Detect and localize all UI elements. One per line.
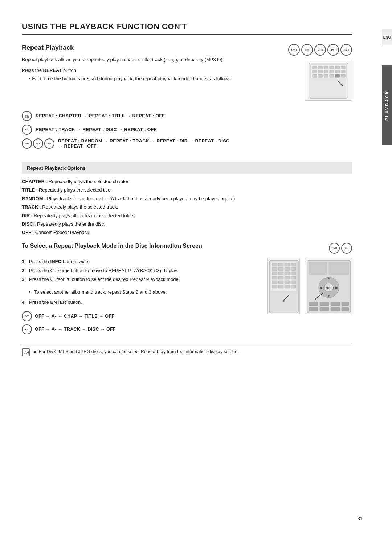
note-icon: 𝓜 — [22, 348, 30, 356]
section1-left: Repeat Playback Repeat playback allows y… — [22, 44, 288, 84]
svg-rect-59 — [309, 302, 318, 306]
svg-rect-33 — [285, 272, 290, 275]
multi-disc-icons: MP3 JPEG DivX — [22, 138, 54, 149]
page-title: USING THE PLAYBACK FUNCTION CON'T — [22, 22, 352, 35]
dvd-icon-s2: DVD — [329, 243, 340, 254]
svg-rect-35 — [272, 276, 277, 279]
svg-rect-8 — [313, 70, 317, 73]
repeat-row2-text: REPEAT : TRACK → REPEAT : DISC → REPEAT … — [36, 127, 157, 132]
svg-point-48 — [283, 300, 285, 302]
svg-rect-45 — [285, 285, 290, 288]
svg-rect-62 — [342, 302, 349, 306]
cd-icon-row2: CD — [22, 125, 32, 135]
svg-rect-2 — [313, 66, 317, 69]
svg-rect-11 — [330, 70, 334, 73]
options-list: CHAPTER : Repeatedly plays the selected … — [22, 177, 352, 237]
step1: 1. Press the INFO button twice. — [22, 258, 256, 266]
note-box: 𝓜 ■ For DivX, MP3 and JPEG discs, you ca… — [22, 344, 352, 356]
svg-rect-44 — [278, 285, 283, 288]
remote-image-top — [305, 61, 352, 101]
step4-list: 4. Press the ENTER button. — [22, 299, 256, 306]
svg-rect-38 — [291, 276, 296, 279]
svg-rect-50 — [309, 262, 327, 275]
svg-rect-32 — [278, 272, 283, 275]
repeat-row3-text2: → REPEAT : OFF — [58, 144, 229, 149]
svg-rect-41 — [285, 281, 290, 284]
cd-icon-s2: CD — [341, 243, 352, 254]
section2-disc-icons: DVD CD — [329, 243, 352, 254]
section2-heading: To Select a Repeat Playback Mode in the … — [22, 243, 329, 249]
subsection-heading: Repeat Playback Options — [27, 165, 86, 171]
svg-rect-17 — [330, 74, 334, 77]
jpeg-icon: JPEG — [327, 44, 339, 56]
option-track: TRACK : Repeatedly plays the selected tr… — [22, 203, 352, 211]
svg-rect-31 — [272, 272, 277, 275]
svg-rect-14 — [313, 74, 317, 77]
eng-tab: ENG — [382, 29, 392, 45]
svg-rect-7 — [341, 66, 345, 69]
eng-label: ENG — [383, 35, 391, 39]
sub-bullet: To select another album and track, repea… — [22, 289, 256, 296]
repeat-row-2: CD REPEAT : TRACK → REPEAT : DISC → REPE… — [22, 125, 352, 135]
repeat-row-1: CD/DISC REPEAT : CHAPTER → REPEAT : TITL… — [22, 111, 352, 121]
svg-rect-24 — [278, 263, 283, 266]
svg-rect-42 — [291, 281, 296, 284]
svg-rect-3 — [318, 66, 323, 69]
svg-rect-28 — [278, 267, 283, 271]
remote-images-bottom: ENTER ▲ ▼ ◀ ▶ — [267, 258, 352, 314]
option-disc: DISC : Repeatedly plays the entire disc. — [22, 220, 352, 228]
remote-image-bottom-right: ENTER ▲ ▼ ◀ ▶ — [305, 258, 352, 314]
section2-left: To Select a Repeat Playback Mode in the … — [22, 243, 329, 254]
intro-text: Repeat playback allows you to repeatedly… — [22, 56, 288, 63]
numbered-steps: 1. Press the INFO button twice. 2. Press… — [22, 258, 256, 283]
page-number: 31 — [357, 516, 363, 521]
svg-rect-64 — [320, 307, 329, 311]
svg-rect-10 — [324, 70, 328, 73]
svg-text:▲: ▲ — [327, 276, 331, 280]
dvd-seq-icon: DVD — [22, 311, 32, 321]
svg-rect-65 — [331, 307, 340, 311]
disc-icons-row: DVD CD MP3 JPEG DivX — [288, 44, 352, 56]
note-text: ■ For DivX, MP3 and JPEG discs, you cann… — [33, 348, 238, 355]
option-chapter: CHAPTER : Repeatedly plays the selected … — [22, 177, 352, 186]
divx-icon-row3: DivX — [44, 138, 54, 149]
playback-label: PLAYBACK — [385, 90, 389, 121]
jpeg-icon-row3: JPEG — [33, 138, 43, 149]
bottom-seq-rows: DVD OFF → A- → CHAP → TITLE → OFF CD OFF… — [22, 311, 256, 334]
svg-rect-34 — [291, 272, 296, 275]
bullet1-text: Each time the button is pressed during p… — [22, 75, 288, 82]
cd-seq-row: CD OFF → A- → TRACK → DISC → OFF — [22, 324, 256, 334]
svg-rect-26 — [291, 263, 296, 266]
svg-text:▼: ▼ — [327, 294, 331, 298]
svg-rect-13 — [341, 70, 345, 73]
option-off: OFF : Cancels Repeat Playback. — [22, 228, 352, 237]
mp3-icon-row3: MP3 — [22, 138, 32, 149]
step2: 2. Press the Cursor ▶ button to move to … — [22, 267, 256, 275]
svg-rect-60 — [320, 302, 329, 306]
subsection-box: Repeat Playback Options — [22, 162, 352, 174]
dvd-icon: DVD — [288, 44, 300, 56]
option-dir: DIR : Repeatedly plays all tracks in the… — [22, 211, 352, 220]
repeat-row1-text: REPEAT : CHAPTER → REPEAT : TITLE → REPE… — [36, 113, 165, 118]
svg-rect-63 — [309, 307, 318, 311]
svg-rect-9 — [318, 70, 323, 73]
svg-rect-16 — [324, 74, 328, 77]
svg-point-68 — [315, 298, 316, 300]
svg-rect-39 — [272, 281, 277, 284]
repeat-row3-text: REPEAT : RANDOM → REPEAT : TRACK → REPEA… — [58, 138, 229, 144]
divx-icon: DivX — [340, 44, 352, 56]
mp3-icon: MP3 — [314, 44, 326, 56]
svg-rect-37 — [285, 276, 290, 279]
section1-heading: Repeat Playback — [22, 44, 288, 52]
remote-image-bottom-left — [267, 258, 300, 314]
sequences-left: 1. Press the INFO button twice. 2. Press… — [22, 258, 256, 338]
svg-rect-30 — [291, 267, 296, 271]
svg-rect-66 — [342, 307, 349, 311]
option-random: RANDOM : Plays tracks in random order. (… — [22, 194, 352, 203]
section1-container: Repeat Playback Repeat playback allows y… — [22, 44, 352, 101]
cd-disc-icon: CD/DISC — [22, 111, 32, 121]
svg-rect-18 — [335, 74, 340, 77]
bottom-sequences-container: 1. Press the INFO button twice. 2. Press… — [22, 258, 352, 338]
section2-container: To Select a Repeat Playback Mode in the … — [22, 243, 352, 254]
svg-rect-23 — [272, 263, 277, 266]
